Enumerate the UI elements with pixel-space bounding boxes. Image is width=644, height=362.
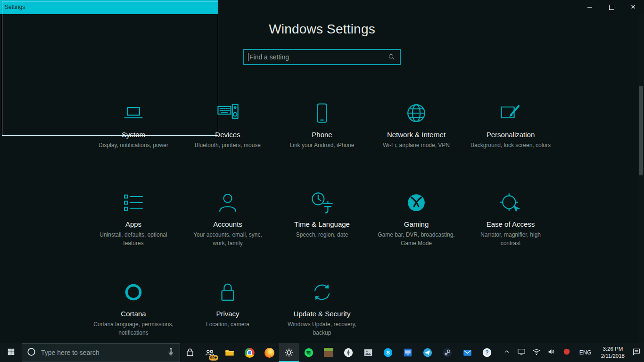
taskbar-maps-button[interactable]	[339, 343, 358, 362]
page-title: Windows Settings	[0, 22, 644, 37]
firefox-icon	[264, 348, 274, 358]
tile-privacy[interactable]: PrivacyLocation, camera	[181, 279, 275, 343]
tile-label: Gaming	[375, 220, 457, 228]
find-a-setting-box[interactable]	[243, 49, 401, 65]
tile-label: System	[92, 131, 174, 139]
accounts-icon	[187, 189, 269, 216]
update-security-icon	[281, 279, 363, 305]
telegram-icon	[422, 347, 433, 358]
tile-description: Game bar, DVR, broadcasting, Game Mode	[375, 230, 457, 247]
taskbar-get-help-button[interactable]: ?	[477, 343, 497, 362]
system-icon	[92, 100, 174, 126]
tile-label: Network & Internet	[375, 131, 457, 139]
svg-text:S: S	[386, 350, 390, 355]
mail-icon	[462, 348, 472, 358]
minimize-button[interactable]	[579, 0, 601, 14]
skype-icon: S	[383, 347, 393, 358]
taskbar-photos-button[interactable]	[358, 343, 378, 362]
action-center-button[interactable]	[629, 343, 644, 362]
volume-tray-button[interactable]	[544, 343, 559, 362]
network-tray-button[interactable]	[529, 343, 544, 362]
tile-personalization[interactable]: PersonalizationBackground, lock screen, …	[463, 100, 558, 189]
taskbar-file-explorer-button[interactable]	[220, 343, 239, 362]
taskbar-people-button[interactable]: 99+	[200, 343, 220, 362]
tile-apps[interactable]: AppsUninstall, defaults, optional featur…	[86, 189, 181, 279]
tile-description: Your accounts, email, sync, work, family	[187, 230, 269, 247]
wifi-icon	[532, 347, 541, 358]
taskbar-telegram-button[interactable]	[418, 343, 438, 362]
tile-description: Display, notifications, power	[92, 141, 174, 149]
hidden-icons-chevron-button[interactable]	[500, 343, 514, 362]
tile-description: Speech, region, date	[281, 230, 363, 239]
tile-devices[interactable]: DevicesBluetooth, printers, mouse	[181, 100, 275, 189]
photos-icon	[363, 347, 373, 358]
titlebar-selection-highlight: Settings	[0, 0, 218, 14]
tile-cortana[interactable]: CortanaCortana language, permissions, no…	[86, 279, 181, 343]
action-center-icon	[632, 347, 641, 358]
settings-icon	[284, 347, 294, 358]
start-button[interactable]	[0, 343, 22, 362]
clock[interactable]: 3:26 PM 2/11/2018	[597, 343, 629, 362]
ease-of-access-icon	[470, 189, 552, 216]
taskbar-skype-button[interactable]: S	[378, 343, 398, 362]
notification-badge: 99+	[209, 355, 218, 361]
system-tray: ENG 3:26 PM 2/11/2018	[500, 343, 644, 362]
taskbar-settings-button[interactable]	[279, 343, 299, 362]
titlebar[interactable]: Settings ×	[0, 0, 644, 14]
taskbar-spotify-button[interactable]	[299, 343, 319, 362]
maximize-icon	[609, 5, 614, 10]
scrollbar-thumb[interactable]	[639, 86, 643, 175]
tile-description: Narrator, magnifier, high contrast	[470, 230, 552, 247]
tile-label: Privacy	[187, 310, 269, 318]
display-tray-button[interactable]	[514, 343, 529, 362]
tile-description: Location, camera	[187, 320, 269, 329]
tile-label: Personalization	[470, 131, 552, 139]
get-help-icon: ?	[482, 347, 492, 358]
tile-description: Uninstall, defaults, optional features	[92, 230, 174, 247]
taskbar-steam-button[interactable]	[438, 343, 457, 362]
cortana-ring-icon	[26, 347, 36, 359]
tile-system[interactable]: SystemDisplay, notifications, power	[86, 100, 181, 189]
tile-label: Phone	[281, 131, 363, 139]
remote-desktop-icon	[403, 348, 413, 357]
steam-icon	[442, 347, 453, 358]
find-a-setting-input[interactable]	[249, 53, 388, 61]
tile-gaming[interactable]: GamingGame bar, DVR, broadcasting, Game …	[369, 189, 463, 279]
tile-label: Ease of Access	[470, 220, 552, 228]
maximize-button[interactable]	[601, 0, 622, 14]
taskbar-minecraft-button[interactable]	[319, 343, 339, 362]
taskbar-microsoft-store-button[interactable]	[180, 343, 200, 362]
microphone-icon[interactable]	[166, 347, 175, 358]
personalization-icon	[470, 100, 552, 126]
tile-description: Windows Update, recovery, backup	[281, 320, 363, 337]
close-button[interactable]: ×	[622, 0, 644, 14]
status-app-tray-button[interactable]	[559, 343, 574, 362]
taskbar-chrome-button[interactable]	[239, 343, 259, 362]
tile-update-security[interactable]: Update & SecurityWindows Update, recover…	[275, 279, 369, 343]
devices-icon	[187, 100, 269, 126]
tile-description: Background, lock screen, colors	[470, 141, 552, 149]
tile-accounts[interactable]: AccountsYour accounts, email, sync, work…	[181, 189, 275, 279]
tile-network[interactable]: Network & InternetWi-Fi, airplane mode, …	[369, 100, 463, 189]
taskbar-remote-desktop-button[interactable]	[398, 343, 418, 362]
tile-label: Apps	[92, 220, 174, 228]
taskbar-firefox-button[interactable]	[259, 343, 279, 362]
taskbar-search[interactable]	[22, 343, 180, 362]
desktop: Settings × Windows Settings SystemDispla…	[0, 0, 644, 362]
scrollbar[interactable]	[638, 14, 644, 343]
tile-phone[interactable]: PhoneLink your Android, iPhone	[275, 100, 369, 189]
tile-description: Cortana language, permissions, notificat…	[92, 320, 174, 337]
cortana-icon	[92, 279, 174, 305]
search-icon	[388, 53, 396, 61]
tile-label: Cortana	[92, 310, 174, 318]
tile-time-language[interactable]: Time & LanguageSpeech, region, date	[275, 189, 369, 279]
taskbar: 99+S?	[0, 343, 644, 362]
language-indicator[interactable]: ENG	[574, 343, 597, 362]
tile-ease-of-access[interactable]: Ease of AccessNarrator, magnifier, high …	[463, 189, 558, 279]
file-explorer-icon	[224, 347, 235, 358]
taskbar-mail-button[interactable]	[457, 343, 477, 362]
chrome-icon	[245, 348, 255, 358]
settings-tile-grid: SystemDisplay, notifications, powerDevic…	[86, 100, 558, 343]
chevron-up-icon	[503, 348, 511, 357]
taskbar-search-input[interactable]	[40, 348, 163, 357]
